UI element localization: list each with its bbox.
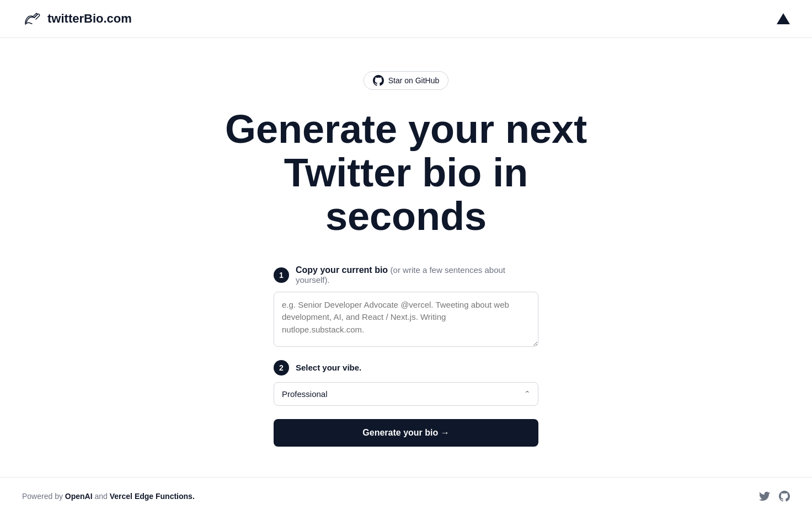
github-badge-label: Star on GitHub — [388, 76, 440, 85]
step2-text: Select your vibe. — [296, 363, 361, 372]
github-badge[interactable]: Star on GitHub — [364, 71, 449, 90]
logo-text: twitterBio.com — [47, 12, 132, 26]
step2-label: 2 Select your vibe. — [274, 360, 538, 375]
footer-text: Powered by OpenAI and Vercel Edge Functi… — [22, 492, 195, 501]
footer-github-link[interactable] — [779, 491, 790, 502]
footer: Powered by OpenAI and Vercel Edge Functi… — [0, 477, 812, 515]
vibe-select-wrapper: ProfessionalCasualFunnyPassionateSarcast… — [274, 382, 538, 406]
logo-icon — [22, 9, 42, 29]
svg-rect-0 — [22, 9, 42, 29]
github-footer-icon — [779, 491, 790, 502]
main-content: Star on GitHub Generate your next Twitte… — [0, 38, 812, 477]
step1-label: 1 Copy your current bio (or write a few … — [274, 265, 538, 285]
hero-title: Generate your next Twitter bio in second… — [213, 108, 599, 239]
logo-area: twitterBio.com — [22, 9, 132, 29]
footer-twitter-link[interactable] — [759, 491, 770, 502]
bio-textarea[interactable] — [274, 292, 538, 347]
openai-link[interactable]: OpenAI — [65, 492, 93, 501]
step1-number: 1 — [274, 267, 289, 283]
github-icon — [373, 75, 384, 86]
vercel-deploy-icon[interactable] — [777, 13, 790, 24]
form-container: 1 Copy your current bio (or write a few … — [274, 265, 538, 447]
step2-number: 2 — [274, 360, 289, 375]
step1-text: Copy your current bio (or write a few se… — [296, 265, 538, 285]
twitter-icon — [759, 491, 770, 502]
generate-button[interactable]: Generate your bio → — [274, 419, 538, 447]
header: twitterBio.com — [0, 0, 812, 38]
footer-icons — [759, 491, 790, 502]
vibe-select[interactable]: ProfessionalCasualFunnyPassionateSarcast… — [274, 382, 538, 406]
vercel-link[interactable]: Vercel Edge Functions. — [110, 492, 195, 501]
